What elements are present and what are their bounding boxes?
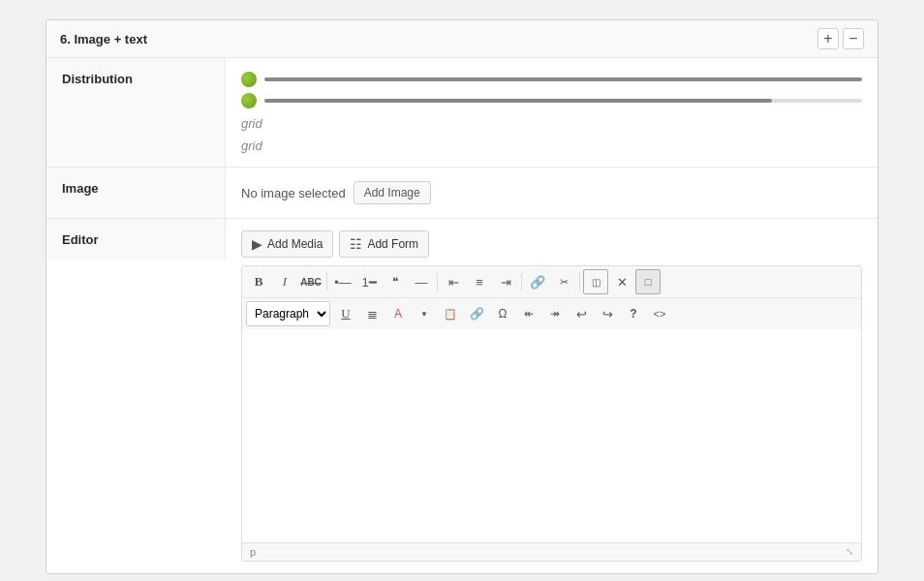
slider-row-2 [241, 93, 862, 108]
panel-body: Distribution grid [46, 58, 878, 573]
italic-button[interactable]: I [272, 269, 297, 294]
undo-button[interactable]: ↩ [569, 301, 594, 326]
remove-link-button[interactable]: 🔗 [464, 301, 489, 326]
editor-textarea[interactable] [242, 329, 861, 542]
editor-row: Editor ▶ Add Media ☷ Add Form B [46, 219, 878, 573]
editor-toolbar-wrapper: B I ABC •— 1━ ❝ — ⇤ ≡ ⇥ 🔗 ✂ [241, 265, 862, 562]
image-label: Image [46, 168, 226, 218]
align-right-button[interactable]: ⇥ [493, 269, 518, 294]
blockquote-button[interactable]: ❝ [383, 269, 408, 294]
font-color-button[interactable]: A [385, 301, 411, 326]
link-button[interactable]: 🔗 [525, 269, 550, 294]
toolbar-row-2: Paragraph Heading 1 Heading 2 Heading 3 … [242, 298, 861, 329]
toolbar-row-1: B I ABC •— 1━ ❝ — ⇤ ≡ ⇥ 🔗 ✂ [242, 266, 861, 298]
editor-label: Editor [46, 219, 226, 260]
panel-title: 6. Image + text [60, 32, 147, 46]
image-row: Image No image selected Add Image [46, 168, 878, 219]
toolbar-sep-3 [521, 272, 522, 291]
add-media-button[interactable]: ▶ Add Media [241, 230, 333, 258]
align-left-button[interactable]: ⇤ [441, 269, 466, 294]
content-panel: 6. Image + text + − Distribution [46, 19, 878, 574]
strikethrough-button[interactable]: ABC [298, 269, 323, 294]
slider-fill-2 [264, 99, 772, 103]
image-content: No image selected Add Image [226, 168, 878, 218]
panel-controls: + − [817, 28, 864, 49]
editor-status-bar: p ⤡ [242, 542, 861, 561]
toolbar-sep-1 [326, 272, 327, 291]
distribution-row: Distribution grid [46, 58, 878, 168]
add-form-label: Add Form [367, 237, 418, 251]
remove-panel-button[interactable]: − [843, 28, 864, 49]
add-image-button[interactable]: Add Image [354, 181, 431, 204]
horizontal-rule-button[interactable]: — [409, 269, 434, 294]
source-button[interactable]: <> [647, 301, 672, 326]
outdent-button[interactable]: ↞ [516, 301, 541, 326]
format-select[interactable]: Paragraph Heading 1 Heading 2 Heading 3 [246, 301, 330, 326]
grid-label-2: grid [241, 138, 862, 153]
indent-button[interactable]: ↠ [542, 301, 568, 326]
underline-button[interactable]: U [333, 301, 358, 326]
unlink-button[interactable]: ✂ [551, 269, 576, 294]
slider-container: grid grid [241, 72, 862, 153]
slider-dot-2 [241, 93, 257, 108]
form-icon: ☷ [350, 236, 362, 252]
distribution-label: Distribution [46, 58, 226, 167]
add-form-button[interactable]: ☷ Add Form [339, 230, 429, 258]
add-media-label: Add Media [267, 237, 323, 251]
align-center-button[interactable]: ≡ [467, 269, 492, 294]
paste-button[interactable]: 📋 [438, 301, 463, 326]
add-panel-button[interactable]: + [817, 28, 839, 49]
slider-track-1[interactable] [264, 77, 862, 81]
font-color-dropdown[interactable]: ▼ [412, 301, 437, 326]
unordered-list-button[interactable]: •— [330, 269, 355, 294]
clear-formatting-button[interactable]: ✕ [609, 269, 634, 294]
resize-handle[interactable]: ⤡ [846, 546, 853, 558]
ordered-list-button[interactable]: 1━ [356, 269, 382, 294]
media-buttons: ▶ Add Media ☷ Add Form [241, 230, 862, 258]
slider-track-2[interactable] [264, 99, 862, 103]
fullscreen-button[interactable]: □ [635, 269, 661, 294]
bold-button[interactable]: B [246, 269, 271, 294]
special-chars-button[interactable]: Ω [490, 301, 515, 326]
slider-row-1 [241, 72, 862, 87]
grid-label-1: grid [241, 116, 862, 131]
slider-fill-1 [264, 77, 862, 81]
no-image-text: No image selected [241, 186, 346, 200]
image-row-content: No image selected Add Image [241, 181, 862, 204]
media-icon: ▶ [252, 236, 262, 252]
help-button[interactable]: ? [621, 301, 646, 326]
editor-content: ▶ Add Media ☷ Add Form B I ABC [226, 219, 878, 573]
redo-button[interactable]: ↪ [595, 301, 620, 326]
justify-button[interactable]: ≣ [359, 301, 385, 326]
editor-status-text: p [250, 546, 256, 558]
distribution-content: grid grid [226, 58, 878, 167]
toolbar-sep-4 [579, 272, 580, 291]
panel-header: 6. Image + text + − [46, 20, 878, 58]
slider-dot-1 [241, 72, 257, 87]
table-button[interactable]: ◫ [583, 269, 608, 294]
toolbar-sep-2 [437, 272, 438, 291]
